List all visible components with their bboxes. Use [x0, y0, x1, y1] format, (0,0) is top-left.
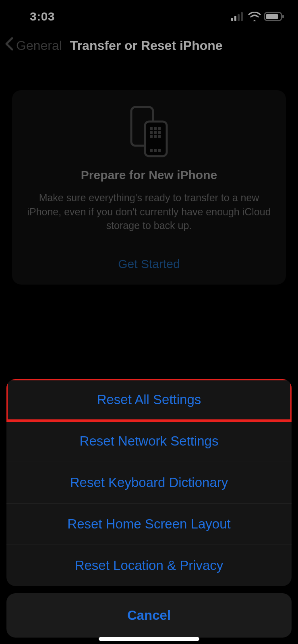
chevron-left-icon: [4, 37, 14, 54]
sheet-group: Reset All Settings Reset Network Setting…: [6, 379, 292, 586]
svg-rect-17: [158, 135, 161, 138]
svg-rect-18: [150, 149, 153, 152]
page-title: Transfer or Reset iPhone: [70, 38, 223, 53]
svg-rect-20: [158, 149, 161, 152]
nav-bar: General Transfer or Reset iPhone: [0, 28, 298, 62]
svg-rect-13: [154, 131, 157, 134]
wifi-icon: [248, 12, 261, 21]
reset-all-settings-button[interactable]: Reset All Settings: [6, 379, 292, 421]
get-started-button[interactable]: Get Started: [24, 245, 274, 285]
cellular-icon: [231, 12, 245, 21]
status-bar: 3:03: [0, 0, 298, 28]
svg-rect-15: [150, 135, 153, 138]
battery-icon: [264, 12, 284, 21]
svg-rect-19: [154, 149, 157, 152]
svg-rect-5: [266, 14, 278, 19]
svg-rect-10: [154, 127, 157, 130]
svg-rect-16: [154, 135, 157, 138]
reset-home-screen-layout-button[interactable]: Reset Home Screen Layout: [6, 504, 292, 545]
cancel-button[interactable]: Cancel: [6, 593, 292, 638]
svg-rect-2: [238, 14, 240, 21]
svg-rect-1: [234, 16, 236, 21]
back-label: General: [16, 38, 62, 53]
svg-rect-0: [231, 18, 233, 21]
reset-action-sheet: Reset All Settings Reset Network Setting…: [0, 379, 298, 644]
back-button[interactable]: General: [4, 37, 62, 54]
svg-rect-3: [241, 12, 243, 21]
svg-rect-12: [150, 131, 153, 134]
reset-network-settings-button[interactable]: Reset Network Settings: [6, 421, 292, 462]
svg-rect-11: [158, 127, 161, 130]
card-title: Prepare for New iPhone: [24, 168, 274, 182]
status-right: [231, 12, 284, 21]
home-indicator[interactable]: [99, 637, 199, 641]
reset-location-privacy-button[interactable]: Reset Location & Privacy: [6, 545, 292, 586]
svg-rect-14: [158, 131, 161, 134]
svg-rect-9: [150, 127, 153, 130]
reset-keyboard-dictionary-button[interactable]: Reset Keyboard Dictionary: [6, 462, 292, 504]
svg-rect-6: [282, 15, 284, 18]
card-description: Make sure everything's ready to transfer…: [24, 191, 274, 233]
transfer-devices-icon: [24, 105, 274, 158]
prepare-card: Prepare for New iPhone Make sure everyth…: [12, 90, 286, 285]
status-time: 3:03: [14, 10, 55, 23]
